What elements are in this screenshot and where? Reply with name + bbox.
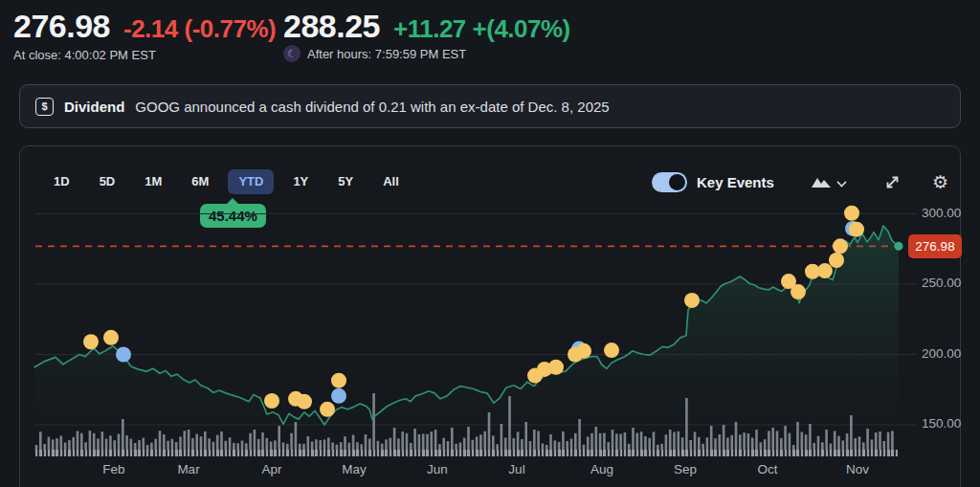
close-price-group: 276.98 -2.14 (-0.77%) <box>13 8 276 45</box>
volume-bar <box>615 433 618 451</box>
volume-bar <box>406 433 409 451</box>
key-event-dot-yellow[interactable] <box>83 334 99 349</box>
volume-bar <box>483 432 486 451</box>
volume-bar <box>60 436 63 451</box>
volume-bar <box>504 438 507 452</box>
volume-bar <box>850 415 853 451</box>
volume-bar <box>887 432 890 451</box>
volume-bar <box>706 437 709 451</box>
key-event-dot-yellow[interactable] <box>297 394 312 410</box>
volume-bar <box>80 433 83 451</box>
volume-bar <box>188 430 190 451</box>
volume-bar <box>413 429 416 451</box>
dividend-banner[interactable]: $ Dividend GOOG announced a cash dividen… <box>19 84 961 128</box>
volume-bar <box>533 430 536 451</box>
volume-bar <box>578 419 581 451</box>
key-event-dot-yellow[interactable] <box>684 293 700 308</box>
volume-bar <box>179 436 182 451</box>
key-event-dot-yellow[interactable] <box>264 393 279 409</box>
volume-bar <box>501 424 503 451</box>
close-price: 276.98 <box>13 8 110 45</box>
key-event-dot-yellow[interactable] <box>829 253 844 268</box>
volume-bar <box>344 436 346 451</box>
volume-bar <box>796 422 799 451</box>
volume-bar <box>590 433 593 451</box>
key-event-dot-yellow[interactable] <box>833 238 848 254</box>
volume-bar <box>451 428 454 451</box>
volume-bar <box>352 435 355 451</box>
volume-bar <box>479 434 482 451</box>
volume-bar <box>220 432 223 451</box>
volume-bar <box>603 433 606 451</box>
volume-bar <box>434 430 437 451</box>
x-axis-label-sep: Sep <box>674 462 697 476</box>
volume-bar <box>463 438 466 452</box>
y-axis-label: 200.00 <box>922 346 977 361</box>
after-hours-note: ☾ After hours: 7:59:59 PM EST <box>283 45 466 62</box>
volume-bar <box>891 431 894 451</box>
volume-bar <box>685 398 688 451</box>
volume-bar <box>875 432 878 451</box>
price-chart[interactable] <box>20 146 962 487</box>
key-event-dot-yellow[interactable] <box>844 206 859 221</box>
key-event-dot-yellow[interactable] <box>103 330 119 345</box>
volume-bar <box>72 437 75 451</box>
close-note: At close: 4:00:02 PM EST <box>13 48 156 62</box>
volume-bar <box>89 431 92 451</box>
key-event-dot-yellow[interactable] <box>331 373 346 388</box>
volume-bar <box>488 412 491 451</box>
key-event-dot-yellow[interactable] <box>604 343 619 358</box>
volume-bar <box>595 427 598 451</box>
volume-bar <box>249 433 252 451</box>
key-event-dot-yellow[interactable] <box>548 360 564 375</box>
volume-bar <box>632 428 635 451</box>
volume-bar <box>640 432 643 451</box>
y-axis-label: 150.00 <box>922 416 977 431</box>
volume-bar <box>365 434 368 451</box>
volume-bar <box>574 433 577 451</box>
volume-bar <box>612 430 614 451</box>
volume-bar <box>290 433 293 451</box>
x-axis-label-feb: Feb <box>102 462 124 476</box>
volume-bar <box>143 438 145 451</box>
volume-bar <box>801 432 804 451</box>
chart-scrollbar[interactable] <box>35 450 898 456</box>
volume-bar <box>726 437 729 451</box>
quote-page: { "header": { "close_price": "276.98", "… <box>0 0 980 487</box>
volume-bar <box>739 434 742 451</box>
volume-bar <box>122 419 124 451</box>
dividend-banner-text: GOOG announced a cash dividend of 0.21 w… <box>135 99 609 115</box>
volume-bar <box>784 426 787 451</box>
key-event-dot-blue[interactable] <box>331 388 346 404</box>
volume-bar <box>789 433 791 451</box>
volume-bar <box>101 432 104 451</box>
after-hours-note-text: After hours: 7:59:59 PM EST <box>307 47 466 61</box>
dividend-banner-title: Dividend <box>64 99 124 115</box>
volume-bar <box>307 436 310 451</box>
x-axis-label-jul: Jul <box>508 462 524 476</box>
chart-card: 1D5D1M6MYTD1Y5YAll 45.44% Key Events ⚙ 3… <box>19 145 961 487</box>
volume-bar <box>834 431 836 451</box>
key-event-dot-blue[interactable] <box>116 347 131 363</box>
volume-bar <box>858 436 861 451</box>
y-axis-label: 300.00 <box>922 206 977 220</box>
volume-bar <box>879 432 881 451</box>
volume-bar <box>476 436 479 451</box>
volume-bar <box>678 432 680 451</box>
volume-bar <box>776 431 779 451</box>
x-axis-label-oct: Oct <box>757 462 777 476</box>
volume-bar <box>426 434 429 451</box>
y-axis-label: 250.00 <box>922 276 977 290</box>
volume-bar <box>771 428 774 451</box>
volume-bar <box>549 434 552 451</box>
key-event-dot-yellow[interactable] <box>791 284 806 299</box>
key-event-dot-yellow[interactable] <box>817 263 833 278</box>
volume-bar <box>422 433 425 451</box>
volume-bar <box>524 422 527 451</box>
volume-bar <box>184 431 187 451</box>
key-event-dot-yellow[interactable] <box>576 343 591 359</box>
key-event-dot-yellow[interactable] <box>849 222 864 237</box>
volume-bar <box>751 438 754 452</box>
volume-bar <box>229 437 232 451</box>
key-event-dot-yellow[interactable] <box>320 402 335 417</box>
